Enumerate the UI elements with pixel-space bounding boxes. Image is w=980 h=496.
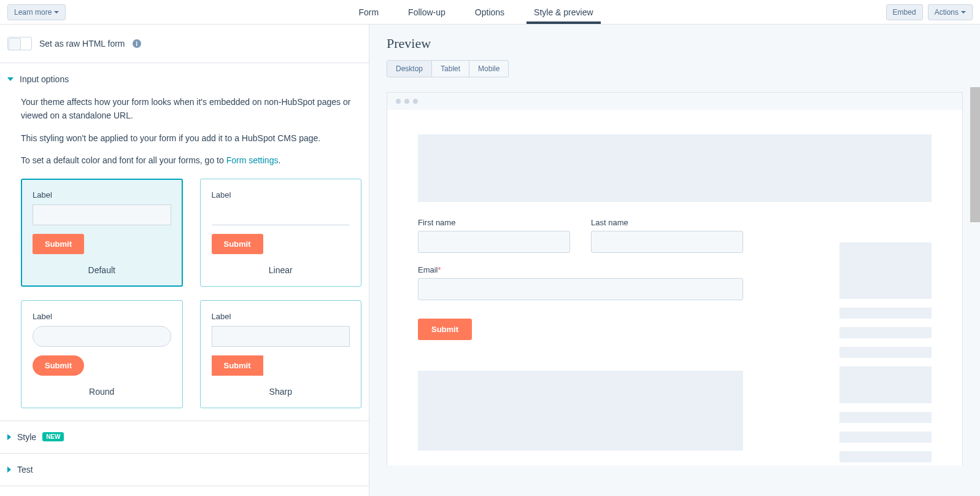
desc-theme: Your theme affects how your form looks w… [21,95,361,123]
right-panel: Preview Desktop Tablet Mobile [369,25,980,496]
skeleton-line [839,347,932,358]
theme-card-default[interactable]: Label Submit Default [21,179,183,287]
window-dot-icon [396,99,401,104]
theme-card-round[interactable]: Label Submit Round [21,300,183,408]
main-tabs: Form Follow-up Options Style & preview [358,1,593,23]
chevron-right-icon [7,467,11,473]
info-icon[interactable]: i [133,39,141,48]
new-badge: NEW [42,432,64,441]
email-field-wrap: Email* [418,265,743,300]
theme-input-preview [33,326,171,347]
theme-name-sharp: Sharp [212,387,350,397]
browser-bar [387,93,962,110]
window-dot-icon [413,99,418,104]
email-label: Email* [418,265,743,274]
first-name-field: First name [418,218,570,253]
theme-submit-preview: Submit [33,355,84,376]
theme-name-round: Round [33,387,171,397]
chevron-right-icon [7,434,11,440]
topbar: Learn more Form Follow-up Options Style … [0,0,980,25]
first-name-label: First name [418,218,570,227]
device-tabs: Desktop Tablet Mobile [387,60,509,77]
style-section-header[interactable]: Style NEW [0,421,369,454]
skeleton-line [839,412,932,423]
theme-name-default: Default [33,265,171,275]
last-name-input[interactable] [591,231,743,253]
theme-card-linear[interactable]: Label Submit Linear [200,179,362,287]
theme-label: Label [212,190,350,200]
theme-submit-preview: Submit [33,234,84,254]
input-options-header[interactable]: Input options [0,63,369,84]
test-title: Test [17,465,33,475]
tab-style-preview[interactable]: Style & preview [534,1,593,23]
preview-title: Preview [387,36,963,52]
submit-button[interactable]: Submit [418,319,472,340]
skeleton-line [839,432,932,443]
browser-frame: First name Last name Email* [387,92,963,465]
theme-name-linear: Linear [212,265,350,275]
skeleton-hero [418,134,932,202]
theme-input-preview [212,326,350,347]
input-options-title: Input options [20,74,69,84]
scrollbar-thumb[interactable] [970,87,980,222]
theme-input-preview [212,204,350,225]
theme-submit-preview: Submit [212,234,263,254]
desc-default: To set a default color and font for all … [21,153,361,167]
device-tab-mobile[interactable]: Mobile [469,61,508,77]
actions-button[interactable]: Actions [928,4,973,20]
theme-label: Label [212,312,350,321]
device-tab-tablet[interactable]: Tablet [432,61,469,77]
style-title: Style [17,432,36,442]
skeleton-line [839,308,932,319]
test-section-header[interactable]: Test [0,454,369,486]
desc-cms: This styling won't be applied to your fo… [21,131,361,145]
raw-html-label: Set as raw HTML form [39,39,125,48]
actions-label: Actions [935,8,959,17]
raw-html-toggle[interactable] [7,37,32,50]
caret-down-icon [961,11,966,14]
theme-label: Label [33,190,171,200]
last-name-field: Last name [591,218,743,253]
first-name-input[interactable] [418,231,570,253]
window-dot-icon [404,99,409,104]
theme-card-sharp[interactable]: Label Submit Sharp [200,300,362,408]
input-options-section: Your theme affects how your form looks w… [0,84,369,421]
left-panel: Set as raw HTML form i Input options You… [0,25,369,496]
device-tab-desktop[interactable]: Desktop [387,61,432,77]
caret-down-icon [54,11,59,14]
email-input[interactable] [418,278,743,300]
tab-followup[interactable]: Follow-up [408,1,446,23]
skeleton-line [839,327,932,338]
last-name-label: Last name [591,218,743,227]
tab-form[interactable]: Form [358,1,379,23]
skeleton-line [839,451,932,462]
form-settings-link[interactable]: Form settings [226,155,279,165]
raw-html-row: Set as raw HTML form i [0,25,369,63]
skeleton-block [839,242,932,299]
skeleton-block [839,366,932,403]
learn-more-label: Learn more [14,8,52,17]
chevron-down-icon [7,77,14,81]
tab-options[interactable]: Options [475,1,504,23]
theme-label: Label [33,312,171,321]
theme-input-preview [33,204,171,225]
preview-body: First name Last name Email* [387,134,962,465]
embed-button[interactable]: Embed [886,4,923,20]
theme-grid: Label Submit Default Label Submit Linear… [21,179,361,408]
preview-scrollbar[interactable] [970,85,980,222]
learn-more-button[interactable]: Learn more [7,4,66,20]
theme-submit-preview: Submit [212,355,263,376]
skeleton-sidebar [839,242,932,465]
skeleton-footer [418,371,743,451]
